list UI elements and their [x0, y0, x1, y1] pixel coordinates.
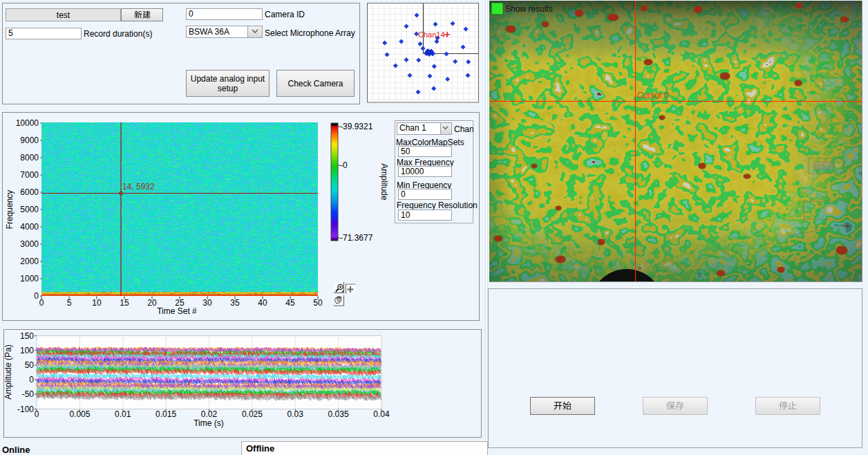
svg-text:0: 0 [29, 375, 34, 384]
svg-text:Time (s): Time (s) [194, 418, 224, 428]
svg-text:-50: -50 [22, 389, 35, 399]
svg-text:50: 50 [25, 360, 35, 370]
svg-text:Show results: Show results [505, 4, 553, 14]
svg-text:150: 150 [20, 331, 34, 341]
svg-text:-100: -100 [17, 405, 34, 414]
svg-text:Amplitude (Pa): Amplitude (Pa) [3, 344, 13, 399]
svg-text:100: 100 [20, 346, 34, 355]
svg-text:Cursor 0: Cursor 0 [637, 91, 669, 100]
